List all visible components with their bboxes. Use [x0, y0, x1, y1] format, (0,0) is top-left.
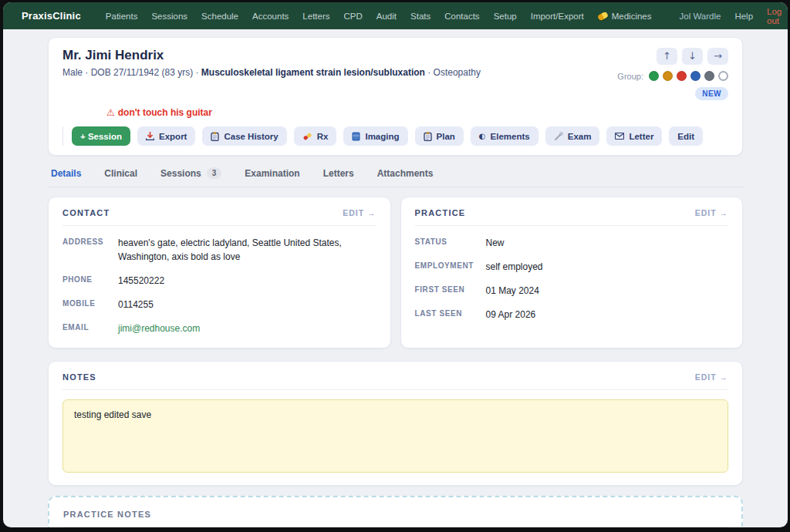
- practice-row-last-seen: LAST SEEN 09 Apr 2026: [415, 308, 729, 322]
- practice-notes-title: PRACTICE NOTES: [63, 510, 728, 527]
- rx-button[interactable]: Rx: [294, 126, 337, 146]
- next-patient-button[interactable]: ↓: [682, 48, 703, 65]
- nav-item-sessions[interactable]: Sessions: [151, 12, 187, 21]
- edit-button[interactable]: Edit: [669, 126, 703, 146]
- practice-row-employment: EMPLOYMENT self employed: [415, 260, 729, 274]
- group-dot-red[interactable]: [677, 71, 687, 81]
- exam-button[interactable]: Exam: [545, 126, 600, 146]
- current-user-link[interactable]: Jol Wardle: [680, 12, 721, 21]
- practice-card: PRACTICE EDIT → STATUS New EMPLOYMENT se…: [400, 197, 744, 348]
- contact-row-email: EMAIL jimi@redhouse.com: [62, 322, 376, 335]
- letter-button[interactable]: Letter: [606, 126, 662, 146]
- help-link[interactable]: Help: [734, 12, 753, 21]
- nav-item-medicines[interactable]: Medicines: [598, 12, 652, 21]
- tab-attachments[interactable]: Attachments: [377, 167, 434, 179]
- patient-header-card: Mr. Jimi Hendrix Male · DOB 27/11/1942 (…: [48, 37, 743, 156]
- group-dot-amber[interactable]: [663, 71, 673, 81]
- notes-content: testing edited save: [62, 399, 728, 473]
- notes-card: NOTES EDIT → testing edited save: [48, 361, 743, 486]
- patient-identity: Mr. Jimi Hendrix Male · DOB 27/11/1942 (…: [62, 48, 481, 100]
- practice-row-status: STATUS New: [415, 236, 729, 250]
- nav-item-patients[interactable]: Patients: [106, 12, 138, 21]
- status-badge: NEW: [695, 87, 728, 100]
- notes-card-title: NOTES: [62, 372, 96, 382]
- elements-button[interactable]: ◐ Elements: [471, 126, 538, 146]
- nav-item-schedule[interactable]: Schedule: [201, 12, 238, 21]
- practice-card-title: PRACTICE: [415, 208, 466, 217]
- practice-edit-link[interactable]: EDIT →: [695, 208, 728, 217]
- practice-notes-section: PRACTICE NOTES: [48, 496, 743, 527]
- group-selector: Group:: [617, 71, 728, 81]
- warning-icon: ⚠: [106, 107, 115, 118]
- patient-name: Mr. Jimi Hendrix: [62, 48, 481, 63]
- nav-item-stats[interactable]: Stats: [410, 12, 430, 21]
- tab-clinical[interactable]: Clinical: [104, 167, 137, 179]
- nav-item-contacts[interactable]: Contacts: [444, 12, 479, 21]
- nav-item-audit[interactable]: Audit: [376, 12, 397, 21]
- export-button[interactable]: Export: [137, 126, 195, 146]
- envelope-icon: [615, 133, 624, 140]
- patient-condition: Musculoskeletal ligament strain lesion/s…: [201, 67, 425, 78]
- prev-patient-button[interactable]: ↑: [657, 48, 677, 65]
- contact-edit-link[interactable]: EDIT →: [343, 208, 376, 217]
- group-dot-green[interactable]: [649, 71, 659, 81]
- nav-item-import-export[interactable]: Import/Export: [531, 12, 584, 21]
- nav-item-setup[interactable]: Setup: [494, 12, 517, 21]
- download-icon: [146, 132, 154, 140]
- patient-action-toolbar: + Session Export Case History Rx Imaging: [62, 126, 728, 146]
- page-container: Mr. Jimi Hendrix Male · DOB 27/11/1942 (…: [48, 37, 743, 527]
- group-label: Group:: [617, 72, 643, 81]
- pill-icon: [597, 11, 609, 21]
- practice-row-first-seen: FIRST SEEN 01 May 2024: [415, 284, 729, 298]
- tab-details[interactable]: Details: [51, 167, 81, 179]
- contact-card: CONTACT EDIT → ADDRESS heaven's gate, el…: [48, 197, 391, 348]
- clipboard-icon: [424, 132, 432, 141]
- nav-item-letters[interactable]: Letters: [302, 12, 329, 21]
- patient-demographics: Male · DOB 27/11/1942 (83 yrs) ·: [62, 67, 201, 78]
- medicines-label: Medicines: [612, 12, 652, 21]
- pill-icon: [302, 132, 312, 141]
- notes-edit-link[interactable]: EDIT →: [695, 372, 728, 382]
- record-tabs: Details Clinical Sessions3 Examination L…: [48, 167, 743, 187]
- patient-header-controls: ↑ ↓ → Group: NEW: [617, 48, 728, 100]
- stethoscope-icon: [554, 132, 563, 141]
- contact-row-mobile: MOBILE 0114255: [62, 298, 376, 311]
- tab-examination[interactable]: Examination: [245, 167, 299, 179]
- clipboard-icon: [211, 132, 219, 141]
- patient-warning: ⚠don't touch his guitar: [106, 107, 728, 118]
- logout-link[interactable]: Log out: [767, 7, 782, 25]
- contact-card-title: CONTACT: [62, 208, 110, 217]
- case-history-button[interactable]: Case History: [202, 126, 286, 146]
- circle-half-icon: ◐: [479, 132, 486, 140]
- top-nav: PraxisClinic Patients Sessions Schedule …: [3, 2, 788, 29]
- sessions-count-badge: 3: [207, 167, 222, 179]
- add-session-button[interactable]: + Session: [72, 126, 130, 146]
- email-link[interactable]: jimi@redhouse.com: [118, 322, 200, 335]
- goto-patient-button[interactable]: →: [707, 48, 728, 65]
- patient-meta: Male · DOB 27/11/1942 (83 yrs) · Musculo…: [62, 67, 481, 78]
- tab-letters[interactable]: Letters: [323, 167, 354, 179]
- group-dot-grey[interactable]: [704, 71, 714, 81]
- xray-icon: [352, 132, 360, 141]
- imaging-button[interactable]: Imaging: [343, 126, 407, 146]
- nav-item-accounts[interactable]: Accounts: [252, 12, 289, 21]
- contact-row-address: ADDRESS heaven's gate, electric ladyland…: [62, 236, 376, 264]
- group-dot-blue[interactable]: [690, 71, 701, 81]
- brand-logo[interactable]: PraxisClinic: [22, 10, 81, 22]
- app-window: PraxisClinic Patients Sessions Schedule …: [3, 2, 788, 527]
- plan-button[interactable]: Plan: [415, 126, 464, 146]
- patient-discipline: · Osteopathy: [425, 67, 481, 78]
- contact-row-phone: PHONE 145520222: [62, 274, 376, 288]
- group-dot-none[interactable]: [718, 71, 728, 81]
- nav-item-cpd[interactable]: CPD: [344, 12, 363, 21]
- tab-sessions[interactable]: Sessions3: [160, 167, 221, 179]
